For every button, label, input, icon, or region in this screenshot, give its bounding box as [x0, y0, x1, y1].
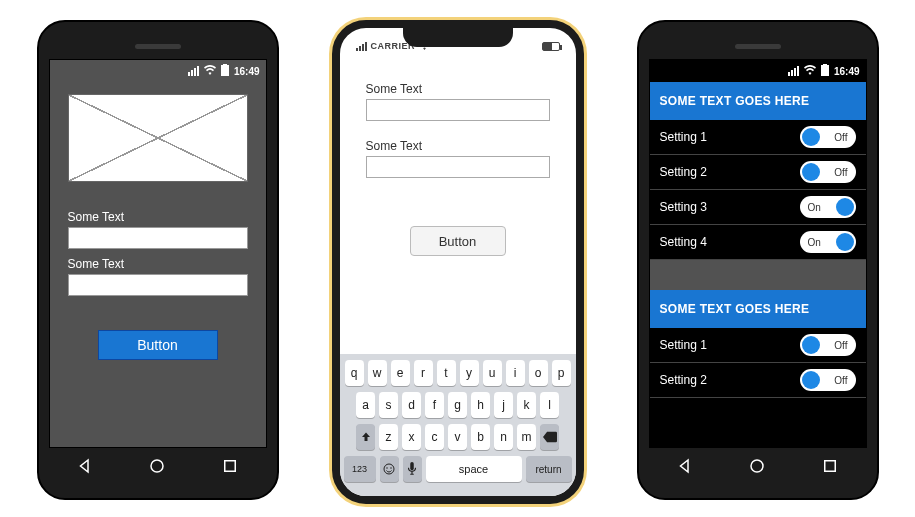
- text-input-1[interactable]: [68, 227, 248, 249]
- keyboard-row-3: z x c v b n m: [344, 424, 572, 450]
- setting-row: Setting 2 Off: [650, 363, 866, 398]
- key-p[interactable]: p: [552, 360, 571, 386]
- key-t[interactable]: t: [437, 360, 456, 386]
- key-b[interactable]: b: [471, 424, 490, 450]
- setting-label: Setting 1: [660, 130, 707, 144]
- key-d[interactable]: d: [402, 392, 421, 418]
- setting-label: Setting 2: [660, 373, 707, 387]
- key-a[interactable]: a: [356, 392, 375, 418]
- key-s[interactable]: s: [379, 392, 398, 418]
- text-input-2[interactable]: [366, 156, 550, 178]
- text-input-2[interactable]: [68, 274, 248, 296]
- toggle-setting-4[interactable]: On: [800, 231, 856, 253]
- key-backspace[interactable]: [540, 424, 559, 450]
- wifi-icon: [804, 65, 816, 77]
- svg-rect-3: [225, 461, 236, 472]
- key-c[interactable]: c: [425, 424, 444, 450]
- key-u[interactable]: u: [483, 360, 502, 386]
- svg-rect-1: [223, 64, 227, 65]
- phone1-screen: 16:49 Some Text Some Text Button: [49, 59, 267, 448]
- setting-row: Setting 2 Off: [650, 155, 866, 190]
- svg-point-5: [386, 467, 388, 469]
- svg-rect-0: [221, 65, 229, 76]
- battery-icon: [821, 64, 829, 78]
- setting-label: Setting 1: [660, 338, 707, 352]
- key-q[interactable]: q: [345, 360, 364, 386]
- android-phone-3: 16:49 SOME TEXT GOES HERE Setting 1 Off …: [637, 20, 879, 500]
- key-g[interactable]: g: [448, 392, 467, 418]
- iphone-content: Some Text Some Text Button: [340, 58, 576, 354]
- phone3-screen: 16:49 SOME TEXT GOES HERE Setting 1 Off …: [649, 59, 867, 448]
- svg-rect-7: [410, 462, 414, 470]
- toggle-setting-2[interactable]: Off: [800, 161, 856, 183]
- key-f[interactable]: f: [425, 392, 444, 418]
- toggle-setting-b1[interactable]: Off: [800, 334, 856, 356]
- text-input-1[interactable]: [366, 99, 550, 121]
- setting-row: Setting 1 Off: [650, 120, 866, 155]
- signal-icon: [788, 66, 799, 76]
- toggle-setting-1[interactable]: Off: [800, 126, 856, 148]
- phone3-content: SOME TEXT GOES HERE Setting 1 Off Settin…: [650, 82, 866, 447]
- nav-recent-icon[interactable]: [821, 457, 839, 479]
- svg-point-2: [151, 460, 163, 472]
- section-gap: [650, 260, 866, 290]
- key-l[interactable]: l: [540, 392, 559, 418]
- key-shift[interactable]: [356, 424, 375, 450]
- setting-row: Setting 1 Off: [650, 328, 866, 363]
- key-space[interactable]: space: [426, 456, 522, 482]
- keyboard-row-2: a s d f g h j k l: [344, 392, 572, 418]
- phone1-content: Some Text Some Text Button: [50, 82, 266, 447]
- key-j[interactable]: j: [494, 392, 513, 418]
- submit-button[interactable]: Button: [410, 226, 506, 256]
- key-m[interactable]: m: [517, 424, 536, 450]
- key-123[interactable]: 123: [344, 456, 376, 482]
- signal-icon: [356, 42, 367, 51]
- key-emoji[interactable]: [380, 456, 399, 482]
- iphone: CARRIER Some Text Some Text Button q w e…: [332, 20, 584, 504]
- key-x[interactable]: x: [402, 424, 421, 450]
- battery-icon: [542, 42, 560, 51]
- key-r[interactable]: r: [414, 360, 433, 386]
- field2-label: Some Text: [366, 139, 550, 153]
- toggle-setting-3[interactable]: On: [800, 196, 856, 218]
- key-k[interactable]: k: [517, 392, 536, 418]
- toggle-setting-b2[interactable]: Off: [800, 369, 856, 391]
- status-time: 16:49: [834, 66, 860, 77]
- submit-button[interactable]: Button: [98, 330, 218, 360]
- nav-home-icon[interactable]: [748, 457, 766, 479]
- keyboard-row-4: 123 space return: [344, 456, 572, 482]
- key-v[interactable]: v: [448, 424, 467, 450]
- image-placeholder: [68, 94, 248, 182]
- keyboard-row-1: q w e r t y u i o p: [344, 360, 572, 386]
- key-o[interactable]: o: [529, 360, 548, 386]
- key-i[interactable]: i: [506, 360, 525, 386]
- status-time: 16:49: [234, 66, 260, 77]
- key-h[interactable]: h: [471, 392, 490, 418]
- nav-back-icon[interactable]: [76, 457, 94, 479]
- key-e[interactable]: e: [391, 360, 410, 386]
- signal-icon: [188, 66, 199, 76]
- section-header-1: SOME TEXT GOES HERE: [650, 82, 866, 120]
- nav-back-icon[interactable]: [676, 457, 694, 479]
- key-n[interactable]: n: [494, 424, 513, 450]
- key-mic[interactable]: [403, 456, 422, 482]
- setting-label: Setting 2: [660, 165, 707, 179]
- key-return[interactable]: return: [526, 456, 572, 482]
- nav-home-icon[interactable]: [148, 457, 166, 479]
- android-nav-bar: [649, 448, 867, 488]
- key-w[interactable]: w: [368, 360, 387, 386]
- key-y[interactable]: y: [460, 360, 479, 386]
- svg-rect-8: [821, 65, 829, 76]
- field1-label: Some Text: [366, 82, 550, 96]
- nav-recent-icon[interactable]: [221, 457, 239, 479]
- setting-row: Setting 3 On: [650, 190, 866, 225]
- section-header-2: SOME TEXT GOES HERE: [650, 290, 866, 328]
- setting-label: Setting 4: [660, 235, 707, 249]
- svg-point-6: [390, 467, 392, 469]
- setting-label: Setting 3: [660, 200, 707, 214]
- key-z[interactable]: z: [379, 424, 398, 450]
- svg-rect-11: [825, 461, 836, 472]
- setting-row: Setting 4 On: [650, 225, 866, 260]
- field1-label: Some Text: [68, 210, 248, 224]
- battery-icon: [221, 64, 229, 78]
